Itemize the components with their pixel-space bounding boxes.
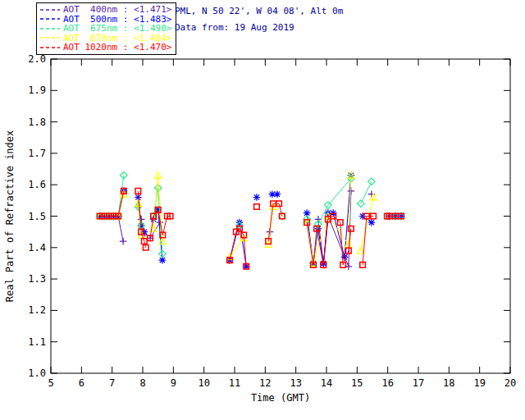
chart-legend: AOT 400nm : <1.471> AOT 500nm : <1.483> … [36, 2, 176, 55]
x-tick-label: 15 [351, 377, 363, 389]
y-tick-label: 1.6 [28, 179, 46, 190]
legend-item-675nm: AOT 675nm : <1.490> [39, 24, 171, 34]
legend-dash-675nm [39, 25, 61, 33]
y-axis-label: Real Part of Refractive index [4, 130, 16, 303]
data-point [368, 219, 376, 226]
legend-dash-400nm [39, 6, 61, 14]
data-point [253, 194, 261, 201]
legend-label-675nm: AOT 675nm : <1.490> [63, 24, 171, 33]
x-tick-label: 8 [139, 377, 145, 389]
legend-item-400nm: AOT 400nm : <1.471> [39, 5, 171, 15]
data-point [370, 194, 377, 200]
x-tick-label: 7 [109, 377, 115, 389]
x-tick-label: 9 [171, 377, 176, 389]
x-tick-label: 11 [229, 377, 240, 389]
refractive-index-chart: 5678910111213141516171819201.01.11.21.31… [0, 0, 525, 420]
legend-dash-1020nm [39, 43, 61, 52]
x-axis-label: Time (GMT) [251, 392, 310, 404]
axes: 5678910111213141516171819201.01.11.21.31… [4, 53, 516, 404]
legend-label-1020nm: AOT 1020nm : <1.470> [63, 43, 171, 52]
x-tick-label: 12 [259, 377, 271, 389]
x-tick-label: 20 [504, 377, 516, 389]
y-tick-label: 1.5 [28, 211, 46, 222]
data-point [348, 188, 355, 195]
x-tick-label: 13 [290, 377, 301, 389]
y-tick-label: 1.9 [28, 84, 46, 96]
legend-label-500nm: AOT 500nm : <1.483> [63, 15, 171, 24]
series-aot-500nm [96, 171, 404, 270]
x-tick-label: 19 [473, 377, 485, 389]
x-tick-label: 17 [413, 377, 424, 389]
y-tick-label: 1.1 [28, 336, 46, 348]
x-tick-label: 18 [443, 377, 454, 389]
x-tick-label: 14 [321, 377, 332, 389]
legend-label-400nm: AOT 400nm : <1.471> [63, 5, 171, 14]
y-tick-label: 1.4 [28, 242, 46, 253]
data-point [120, 238, 127, 245]
data-point [274, 190, 281, 198]
legend-dash-870nm [39, 34, 61, 42]
y-tick-label: 1.7 [28, 148, 46, 159]
series-aot-1020nm [97, 189, 404, 270]
y-tick-label: 1.0 [28, 368, 46, 379]
y-tick-label: 1.8 [28, 116, 46, 128]
y-tick-label: 1.2 [28, 304, 46, 316]
y-tick-label: 2.0 [28, 53, 46, 65]
header-date: Data from: 19 Aug 2019 [175, 22, 294, 33]
refractive-index-plot-window: 5678910111213141516171819201.01.11.21.31… [0, 0, 525, 420]
data-point [254, 204, 260, 210]
x-tick-label: 5 [48, 377, 53, 389]
x-tick-label: 6 [79, 377, 84, 389]
data-point [368, 178, 376, 185]
y-tick-label: 1.3 [28, 273, 46, 285]
legend-item-1020nm: AOT 1020nm : <1.470> [39, 43, 171, 52]
header-location: PML, N 50 22', W 04 08', Alt 0m [175, 6, 343, 16]
x-tick-label: 16 [381, 377, 393, 389]
x-tick-label: 10 [198, 377, 209, 389]
legend-dash-500nm [39, 15, 61, 23]
legend-label-870nm: AOT 870nm : <1.484> [63, 34, 171, 43]
data-point [143, 245, 148, 251]
